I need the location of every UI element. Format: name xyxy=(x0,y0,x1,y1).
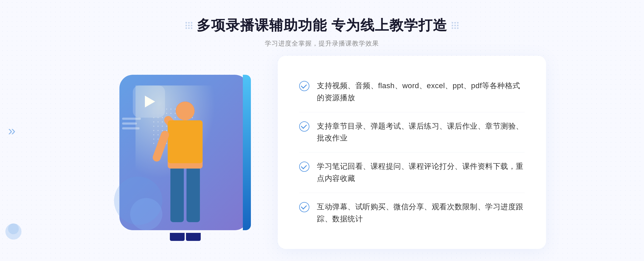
feature-text-1: 支持视频、音频、flash、word、excel、ppt、pdf等各种格式的资源… xyxy=(317,80,525,104)
feature-list: 支持视频、音频、flash、word、excel、ppt、pdf等各种格式的资源… xyxy=(299,72,525,233)
blue-accent-bar xyxy=(243,75,251,230)
dot xyxy=(454,27,456,29)
dot xyxy=(185,27,187,29)
feature-item-4: 互动弹幕、试听购买、微信分享、观看次数限制、学习进度跟踪、数据统计 xyxy=(299,193,525,233)
dot xyxy=(457,25,459,26)
check-icon-1 xyxy=(299,81,309,91)
feature-item-1: 支持视频、音频、flash、word、excel、ppt、pdf等各种格式的资源… xyxy=(299,72,525,112)
dot xyxy=(185,25,187,26)
check-icon-2 xyxy=(299,121,309,132)
deco-lines xyxy=(122,118,144,139)
title-dots-right xyxy=(452,22,459,29)
dot xyxy=(454,22,456,24)
header-section: 多项录播课辅助功能 专为线上教学打造 学习进度全 xyxy=(185,0,459,56)
dot xyxy=(188,22,190,24)
blob-circle-2 xyxy=(8,223,19,234)
dot xyxy=(457,27,459,29)
dot xyxy=(188,27,190,29)
deco-line-3 xyxy=(122,127,140,129)
person-shoe-right xyxy=(186,233,201,241)
person-top xyxy=(168,120,203,163)
check-icon-3 xyxy=(299,162,309,172)
title-dots-left xyxy=(185,22,192,29)
person-arm-down xyxy=(152,130,170,163)
feature-text-4: 互动弹幕、试听购买、微信分享、观看次数限制、学习进度跟踪、数据统计 xyxy=(317,201,525,225)
dot xyxy=(191,25,192,26)
dot xyxy=(188,25,190,26)
chevron-left-icon: » xyxy=(8,123,16,138)
person-shoe-left xyxy=(170,233,185,241)
feature-text-2: 支持章节目录、弹题考试、课后练习、课后作业、章节测验、批改作业 xyxy=(317,120,525,144)
person-pants-right xyxy=(186,169,200,222)
illustration-wrapper xyxy=(98,59,286,246)
main-title: 多项录播课辅助功能 专为线上教学打造 xyxy=(197,16,447,35)
dot xyxy=(452,25,453,26)
dot xyxy=(185,22,187,24)
dot xyxy=(454,25,456,26)
dot xyxy=(452,22,453,24)
person-head xyxy=(176,102,195,120)
features-card: 支持视频、音频、flash、word、excel、ppt、pdf等各种格式的资源… xyxy=(278,56,546,249)
dot xyxy=(191,22,192,24)
person-pants-left xyxy=(170,169,184,222)
dot xyxy=(191,27,192,29)
subtitle: 学习进度全掌握，提升录播课教学效果 xyxy=(185,39,459,48)
deco-circle-medium xyxy=(130,198,162,230)
dot xyxy=(457,22,459,24)
check-icon-4 xyxy=(299,202,309,212)
deco-blob-left xyxy=(5,213,27,240)
deco-line-2 xyxy=(122,122,137,125)
page-container: 多项录播课辅助功能 专为线上教学打造 学习进度全 xyxy=(0,0,644,261)
dot xyxy=(452,27,453,29)
feature-item-2: 支持章节目录、弹题考试、课后练习、课后作业、章节测验、批改作业 xyxy=(299,112,525,153)
feature-item-3: 学习笔记回看、课程提问、课程评论打分、课件资料下载，重点内容收藏 xyxy=(299,152,525,193)
feature-text-3: 学习笔记回看、课程提问、课程评论打分、课件资料下载，重点内容收藏 xyxy=(317,161,525,185)
content-area: 支持视频、音频、flash、word、excel、ppt、pdf等各种格式的资源… xyxy=(80,56,564,249)
deco-line-1 xyxy=(122,118,141,120)
title-wrapper: 多项录播课辅助功能 专为线上教学打造 xyxy=(185,16,459,35)
